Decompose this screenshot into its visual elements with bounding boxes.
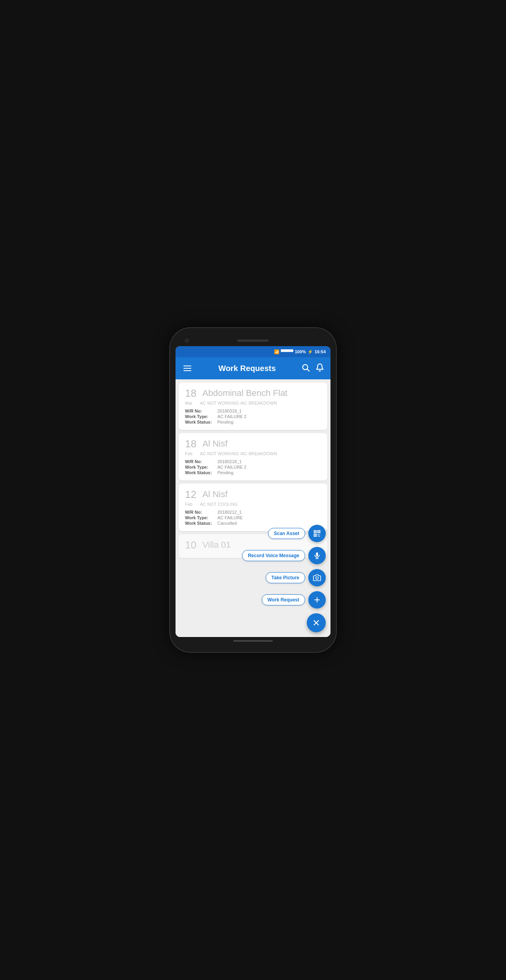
card-title-1: Abdominal Bench Flat <box>202 388 321 398</box>
card-subtitle-row-2: Feb AC NOT WORKING /AC BREAKDOWN <box>185 451 321 456</box>
wr-no-row-1: W/R No: 20180318_1 <box>185 409 321 413</box>
card-header-2: 18 Al Nisf <box>185 439 321 449</box>
work-request-row: Work Request <box>262 591 326 609</box>
card-subtitle-row-3: Feb AC NOT COOLING <box>185 502 321 507</box>
scan-asset-row: Scan Asset <box>268 525 326 542</box>
record-voice-label[interactable]: Record Voice Message <box>242 550 305 561</box>
record-voice-row: Record Voice Message <box>242 547 326 564</box>
svg-rect-10 <box>318 536 320 537</box>
card-subtitle-1: AC NOT WORKING /AC BREAKDOWN <box>200 401 277 405</box>
svg-rect-8 <box>318 534 319 535</box>
app-bar: Work Requests <box>176 357 330 379</box>
status-bar: 📶 ▀▀▀▀ 100% ⚡ 16:54 <box>176 346 330 357</box>
wr-no-label-2: W/R No: <box>185 459 215 464</box>
wr-no-value-2: 20180218_1 <box>217 459 242 464</box>
work-status-label-3: Work Status: <box>185 521 215 526</box>
app-title: Work Requests <box>199 364 295 373</box>
phone-screen: 📶 ▀▀▀▀ 100% ⚡ 16:54 Work Requests <box>176 346 330 637</box>
time-display: 16:54 <box>315 349 326 354</box>
take-picture-row: Take Picture <box>266 569 326 586</box>
phone-camera <box>185 339 189 343</box>
card-details-1: W/R No: 20180318_1 Work Type: AC FAILURE… <box>185 409 321 424</box>
card-header-3: 12 Al Nisf <box>185 489 321 499</box>
card-day-1: 18 <box>185 388 198 398</box>
work-request-button[interactable] <box>308 591 326 609</box>
svg-rect-3 <box>315 531 316 532</box>
svg-rect-11 <box>316 552 318 556</box>
search-icon[interactable] <box>301 363 310 374</box>
fab-close-button[interactable] <box>307 613 326 632</box>
bell-icon[interactable] <box>315 363 324 374</box>
card-subtitle-row-1: Mar AC NOT WORKING /AC BREAKDOWN <box>185 401 321 405</box>
svg-rect-5 <box>318 531 319 532</box>
work-type-row-2: Work Type: AC FAILURE 2 <box>185 465 321 469</box>
work-type-label-3: Work Type: <box>185 515 215 520</box>
work-request-card-3[interactable]: 12 Al Nisf Feb AC NOT COOLING W/R No: 20… <box>179 484 327 531</box>
phone-device: 📶 ▀▀▀▀ 100% ⚡ 16:54 Work Requests <box>170 328 336 652</box>
card-day-3: 12 <box>185 489 198 499</box>
scan-asset-button[interactable] <box>308 525 326 542</box>
record-voice-button[interactable] <box>308 547 326 564</box>
work-status-label-2: Work Status: <box>185 470 215 475</box>
signal-icon: ▀▀▀▀ <box>281 349 293 354</box>
fab-close-row <box>307 613 326 632</box>
app-bar-actions <box>301 363 324 374</box>
phone-speaker <box>237 339 269 342</box>
work-status-value-1: Pending <box>217 420 233 424</box>
wr-no-label-3: W/R No: <box>185 510 215 514</box>
wr-no-label-1: W/R No: <box>185 409 215 413</box>
svg-point-14 <box>316 577 319 580</box>
card-day-2: 18 <box>185 439 198 449</box>
wifi-icon: 📶 <box>274 349 279 354</box>
card-month-2: Feb <box>185 451 197 456</box>
wr-no-row-3: W/R No: 20180212_1 <box>185 510 321 514</box>
work-request-card-2[interactable]: 18 Al Nisf Feb AC NOT WORKING /AC BREAKD… <box>179 433 327 481</box>
status-icons: 📶 ▀▀▀▀ 100% ⚡ 16:54 <box>274 349 326 354</box>
wr-no-value-1: 20180318_1 <box>217 409 242 413</box>
work-status-label-1: Work Status: <box>185 420 215 424</box>
charging-icon: ⚡ <box>308 349 313 354</box>
card-subtitle-2: AC NOT WORKING /AC BREAKDOWN <box>200 451 277 456</box>
wr-no-value-3: 20180212_1 <box>217 510 242 514</box>
card-title-2: Al Nisf <box>202 439 321 449</box>
svg-rect-9 <box>319 534 320 535</box>
take-picture-button[interactable] <box>308 569 326 586</box>
card-details-2: W/R No: 20180218_1 Work Type: AC FAILURE… <box>185 459 321 475</box>
card-details-3: W/R No: 20180212_1 Work Type: AC FAILURE… <box>185 510 321 526</box>
phone-top-bar <box>176 335 330 346</box>
work-type-value-1: AC FAILURE 2 <box>217 414 246 419</box>
work-type-row-3: Work Type: AC FAILURE <box>185 515 321 520</box>
card-header-1: 18 Abdominal Bench Flat <box>185 388 321 398</box>
work-type-value-3: AC FAILURE <box>217 515 243 520</box>
card-title-3: Al Nisf <box>202 489 321 499</box>
card-month-3: Feb <box>185 502 197 507</box>
scan-asset-label[interactable]: Scan Asset <box>268 528 305 539</box>
phone-bottom <box>176 637 330 645</box>
svg-line-1 <box>307 369 309 371</box>
card-day-4: 10 <box>185 540 198 550</box>
work-type-label-2: Work Type: <box>185 465 215 469</box>
work-status-row-1: Work Status: Pending <box>185 420 321 424</box>
svg-rect-7 <box>315 535 316 536</box>
card-month-1: Mar <box>185 401 197 405</box>
fab-speed-dial: Scan Asset Re <box>242 525 326 632</box>
work-status-row-2: Work Status: Pending <box>185 470 321 475</box>
work-request-card-1[interactable]: 18 Abdominal Bench Flat Mar AC NOT WORKI… <box>179 383 327 430</box>
menu-icon[interactable] <box>182 364 193 373</box>
work-type-label-1: Work Type: <box>185 414 215 419</box>
battery-text: 100% <box>295 349 306 354</box>
work-request-label[interactable]: Work Request <box>262 594 305 605</box>
work-status-value-2: Pending <box>217 470 233 475</box>
wr-no-row-2: W/R No: 20180218_1 <box>185 459 321 464</box>
work-status-value-3: Cancelled <box>217 521 237 526</box>
take-picture-label[interactable]: Take Picture <box>266 572 305 583</box>
card-subtitle-3: AC NOT COOLING <box>200 502 238 507</box>
home-bar <box>233 640 273 642</box>
work-type-value-2: AC FAILURE 2 <box>217 465 246 469</box>
work-type-row-1: Work Type: AC FAILURE 2 <box>185 414 321 419</box>
